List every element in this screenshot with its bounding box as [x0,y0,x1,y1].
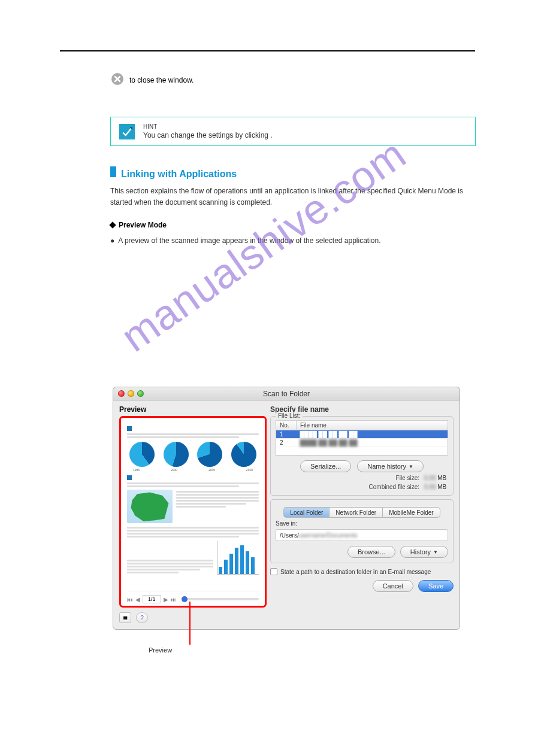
hint-check-icon [119,124,135,139]
pie-icon [129,442,155,467]
tab-local-folder[interactable]: Local Folder [283,507,329,518]
dialog: Scan to Folder Preview [113,387,460,630]
next-page-button[interactable]: ▶ [164,596,168,603]
cancel-button[interactable]: Cancel [373,580,413,592]
page-indicator[interactable]: 1/1 [143,595,161,603]
preview-heading: Preview [119,405,267,414]
state-path-label: State a path to a destination folder in … [280,569,431,575]
window-title: Scan to Folder [113,390,460,398]
file-table[interactable]: No. File name 1 ████ ██ ██ ██ ██ 2 ████ … [276,420,448,456]
help-button[interactable]: ? [136,612,148,623]
tab-mobileme-folder[interactable]: MobileMe Folder [382,507,440,518]
prev-page-button[interactable]: ◀ [135,596,140,603]
table-row[interactable]: 2 ████ ██ ██ ██ ██ [276,439,448,447]
folder-tabs: Local Folder Network Folder MobileMe Fol… [276,507,448,518]
bar-chart-icon [217,541,259,575]
col-no[interactable]: No. [276,421,297,430]
hint-text: You can change the settings by clicking … [143,131,273,139]
zoom-slider[interactable] [182,598,259,600]
close-text: to close the window. [129,76,194,84]
pie-icon [231,442,256,467]
callout-text: Preview [149,646,172,654]
history-button[interactable]: History ▼ [400,546,448,558]
hint-box: HINT You can change the settings by clic… [110,117,476,146]
name-history-button[interactable]: Name history▼ [357,460,424,472]
thumbnail-toggle-button[interactable]: ≣ [119,612,131,623]
table-row[interactable]: 1 ████ ██ ██ ██ ██ [276,430,448,439]
section-heading: Linking with Applications [121,169,237,180]
tab-network-folder[interactable]: Network Folder [329,507,382,518]
serialize-button[interactable]: Serialize... [300,460,351,472]
preview-frame: 1985 2000 2005 2010 [119,416,267,608]
section-bar [110,166,116,177]
map-icon [129,491,171,522]
diamond-icon [109,222,116,229]
browse-button[interactable]: Browse... [347,546,395,558]
close-icon [110,72,125,88]
first-page-button[interactable]: ⏮ [127,596,133,603]
callout-line [189,602,191,645]
title-bar: Scan to Folder [113,387,460,400]
pie-icon [164,442,189,467]
state-path-checkbox[interactable] [270,568,277,575]
pie-icon [197,442,222,467]
file-list-group: File List: No. File name 1 ████ ██ ██ ██… [270,416,454,496]
file-list-label: File List: [276,412,303,419]
sub-heading: Preview Mode [110,221,476,229]
section-body: This section explains the flow of operat… [110,186,476,208]
preview-body: ●A preview of the scanned image appears … [110,235,476,247]
save-button[interactable]: Save [418,580,454,592]
save-path-field[interactable]: /Users/username/Documents [276,529,448,541]
hint-label: HINT [143,123,273,130]
save-in-label: Save in: [276,520,448,527]
col-name[interactable]: File name [297,421,448,430]
destination-group: Local Folder Network Folder MobileMe Fol… [270,499,454,563]
last-page-button[interactable]: ⏭ [171,596,177,603]
